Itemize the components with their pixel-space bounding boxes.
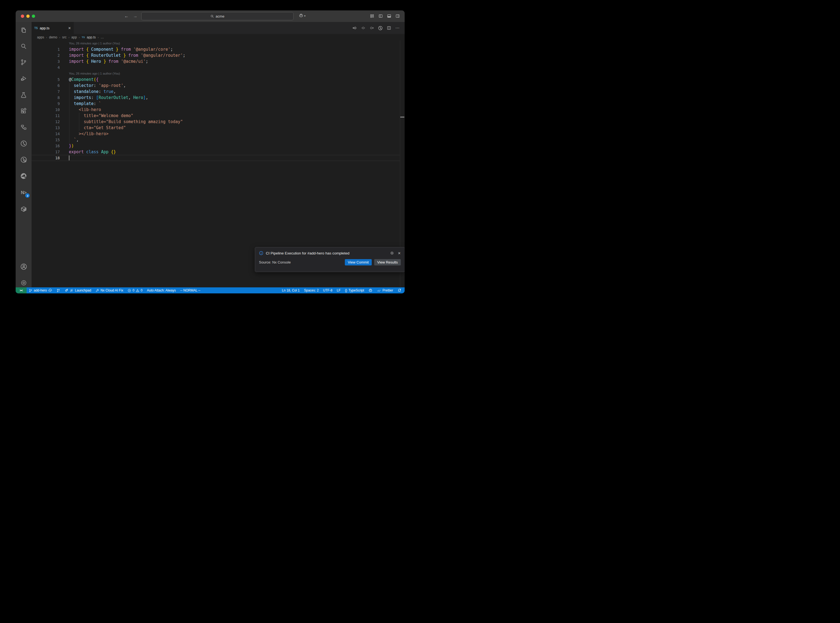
encoding-status[interactable]: UTF-8 xyxy=(321,287,335,293)
code-line[interactable]: 14 ></lib-hero> xyxy=(32,131,400,137)
prettier-status[interactable]: Prettier xyxy=(375,287,395,293)
minimize-window-button[interactable] xyxy=(26,15,30,18)
copilot-status[interactable] xyxy=(366,287,375,293)
sidebar-item-run-debug[interactable] xyxy=(15,72,32,84)
remote-indicator[interactable]: >< xyxy=(15,287,27,293)
line-number: 2 xyxy=(32,52,60,58)
line-number: 10 xyxy=(32,107,60,113)
language-mode-status[interactable]: {} TypeScript xyxy=(343,287,367,293)
indentation-status[interactable]: Spaces: 2 xyxy=(302,287,321,293)
sidebar-item-containers[interactable] xyxy=(15,203,32,215)
git-compare-button[interactable] xyxy=(54,287,62,293)
nx-cloud-fix-button[interactable]: Nx Cloud AI Fix xyxy=(93,287,125,293)
info-icon xyxy=(259,251,263,255)
split-editor-icon[interactable] xyxy=(387,26,391,30)
code-line[interactable]: 9 template: ` xyxy=(32,101,400,107)
sidebar-item-commit-graph[interactable] xyxy=(15,137,32,149)
zoom-window-button[interactable] xyxy=(32,15,35,18)
previous-change-icon[interactable] xyxy=(353,26,357,30)
copilot-icon xyxy=(369,288,373,293)
git-branch-status[interactable]: add-hero xyxy=(27,287,54,293)
blame-annotation-row[interactable]: You, 26 minutes ago | 1 author (You) xyxy=(32,40,400,46)
files-icon xyxy=(20,27,27,34)
view-commit-button[interactable]: View Commit xyxy=(345,259,372,265)
auto-attach-status[interactable]: Auto Attach: Always xyxy=(145,287,178,293)
code-line[interactable]: 5@Component({ xyxy=(32,77,400,83)
wrench-icon xyxy=(95,289,99,292)
overview-ruler-mark xyxy=(400,117,404,118)
code-line[interactable]: 12 subtitle="Build something amazing tod… xyxy=(32,119,400,125)
view-results-button[interactable]: View Results xyxy=(374,259,401,265)
code-text: standalone: true, xyxy=(60,89,116,95)
toggle-sidebar-icon[interactable] xyxy=(379,14,383,18)
breadcrumb: apps› demo› src› app› TS app.ts › … xyxy=(32,34,405,40)
breadcrumb-item[interactable]: demo xyxy=(49,35,57,39)
activity-bar: N> 2 xyxy=(15,22,32,287)
close-window-button[interactable] xyxy=(21,15,24,18)
code-line[interactable]: 1import { Component } from '@angular/cor… xyxy=(32,46,400,52)
search-icon xyxy=(20,43,27,50)
problems-status[interactable]: 0 0 xyxy=(125,287,144,293)
code-line[interactable]: 18 xyxy=(32,155,400,161)
code-text: <lib-hero xyxy=(60,107,101,113)
code-text: template: ` xyxy=(60,101,101,107)
window-controls xyxy=(21,15,35,18)
navigate-back-icon[interactable]: ← xyxy=(124,13,129,20)
notification-title: CI Pipeline Execution for #add-hero has … xyxy=(266,251,388,255)
toggle-panel-icon[interactable] xyxy=(387,14,391,18)
gear-icon xyxy=(20,279,27,286)
timeline-graph-icon[interactable] xyxy=(378,26,383,31)
code-line[interactable]: 10 <lib-hero xyxy=(32,107,400,113)
vim-mode-status[interactable]: -- NORMAL -- xyxy=(178,287,203,293)
change-dot-icon[interactable] xyxy=(361,26,365,30)
notification-settings-gear-icon[interactable] xyxy=(390,251,394,255)
breadcrumb-more[interactable]: … xyxy=(101,35,104,39)
code-line[interactable]: 11 title="Welcmoe demo" xyxy=(32,113,400,119)
sidebar-item-nx-console[interactable]: N> 2 xyxy=(15,187,32,199)
breadcrumb-item[interactable]: apps xyxy=(37,35,44,39)
code-line[interactable]: 3import { Hero } from '@acme/ui'; xyxy=(32,58,400,64)
eol-status[interactable]: LF xyxy=(335,287,343,293)
sidebar-item-commit-search[interactable] xyxy=(15,153,32,166)
code-line[interactable]: 4 xyxy=(32,64,400,71)
code-line[interactable]: 2import { RouterOutlet } from '@angular/… xyxy=(32,52,400,58)
sidebar-item-edge-tools[interactable] xyxy=(15,170,32,182)
notifications-bell-button[interactable] xyxy=(395,287,405,293)
sidebar-item-extensions[interactable] xyxy=(15,105,32,117)
cursor-position-status[interactable]: Ln 18, Col 1 xyxy=(279,287,302,293)
code-line[interactable]: 16}) xyxy=(32,143,400,149)
close-tab-icon[interactable]: ✕ xyxy=(68,26,71,30)
sidebar-item-testing[interactable] xyxy=(15,89,32,101)
code-line[interactable]: 13 cta="Get Started" xyxy=(32,125,400,131)
copilot-menu[interactable]: ▾ xyxy=(299,14,306,18)
line-number: 7 xyxy=(32,89,60,95)
accounts-button[interactable] xyxy=(15,261,32,273)
navigate-forward-icon[interactable]: → xyxy=(133,13,137,20)
code-text: selector: 'app-root', xyxy=(60,83,126,89)
close-notification-icon[interactable]: ✕ xyxy=(398,251,401,255)
next-change-icon[interactable] xyxy=(370,26,374,30)
blame-annotation-row[interactable]: You, 26 minutes ago | 1 author (You) xyxy=(32,71,400,77)
toggle-secondary-sidebar-icon[interactable] xyxy=(396,14,400,18)
tab-app-ts[interactable]: TS app.ts ✕ xyxy=(32,22,74,34)
code-line[interactable]: 8 imports: [RouterOutlet, Hero], xyxy=(32,95,400,101)
code-text xyxy=(60,155,69,161)
code-line[interactable]: 6 selector: 'app-root', xyxy=(32,83,400,89)
customize-layout-icon[interactable] xyxy=(370,14,374,18)
more-actions-icon[interactable]: ⋯ xyxy=(395,26,400,31)
launchpad-button[interactable]: Launchpad xyxy=(62,287,93,293)
command-center-search[interactable]: acme xyxy=(141,12,293,20)
settings-button[interactable] xyxy=(15,277,32,289)
breadcrumb-item[interactable]: app xyxy=(71,35,77,39)
sidebar-item-references[interactable] xyxy=(15,121,32,133)
code-text: @Component({ xyxy=(60,77,98,83)
code-line[interactable]: 17export class App {} xyxy=(32,149,400,155)
sidebar-item-source-control[interactable] xyxy=(15,56,32,68)
breadcrumb-item[interactable]: src xyxy=(62,35,66,39)
status-bar: >< add-hero Launchpad xyxy=(15,287,405,293)
breadcrumb-file[interactable]: app.ts xyxy=(87,35,96,39)
code-line[interactable]: 15 `, xyxy=(32,137,400,143)
sidebar-item-search[interactable] xyxy=(15,40,32,52)
sidebar-item-explorer[interactable] xyxy=(15,24,32,36)
code-line[interactable]: 7 standalone: true, xyxy=(32,89,400,95)
